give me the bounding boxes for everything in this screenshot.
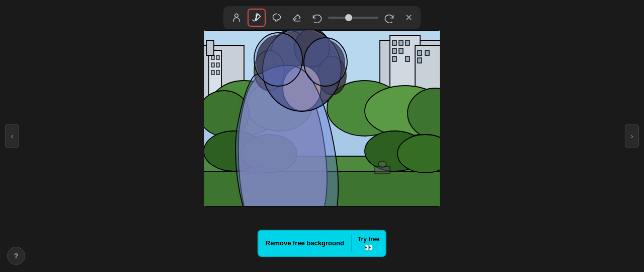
svg-rect-18 — [392, 48, 396, 53]
svg-rect-20 — [392, 56, 396, 61]
svg-point-40 — [378, 161, 386, 167]
svg-rect-11 — [216, 71, 219, 75]
svg-rect-19 — [399, 48, 403, 53]
svg-rect-22 — [418, 50, 422, 55]
svg-rect-7 — [216, 55, 219, 59]
remove-background-text: Remove free background — [259, 234, 352, 253]
eraser-button[interactable] — [288, 9, 306, 27]
undo-button[interactable] — [308, 9, 326, 27]
person-select-button[interactable] — [227, 9, 246, 27]
svg-point-0 — [235, 14, 238, 18]
help-button[interactable]: ? — [7, 247, 25, 265]
close-icon: ✕ — [405, 12, 413, 23]
svg-rect-23 — [425, 50, 429, 55]
svg-rect-5 — [206, 40, 214, 55]
canvas-area — [204, 30, 440, 207]
toolbar: ✕ — [223, 6, 421, 29]
svg-rect-15 — [392, 40, 396, 45]
image-container — [204, 30, 440, 207]
redo-button[interactable] — [380, 9, 398, 27]
lasso-button[interactable] — [268, 9, 286, 27]
remove-background-banner[interactable]: Remove free background Try free 👀 — [258, 230, 386, 257]
svg-rect-21 — [406, 56, 410, 61]
prev-arrow-button[interactable]: ‹ — [5, 124, 19, 148]
close-button[interactable]: ✕ — [400, 10, 417, 26]
svg-rect-8 — [211, 63, 214, 67]
try-free-section: Try free 👀 — [352, 231, 385, 256]
svg-point-51 — [304, 38, 347, 86]
background-photo — [204, 30, 440, 207]
next-arrow-button[interactable]: › — [625, 124, 639, 148]
svg-rect-9 — [216, 63, 219, 67]
eyes-emoji: 👀 — [364, 244, 373, 251]
svg-rect-6 — [211, 55, 214, 59]
brush-button[interactable] — [248, 9, 266, 27]
question-mark-icon: ? — [14, 252, 19, 260]
svg-point-50 — [254, 33, 302, 86]
svg-rect-17 — [406, 40, 410, 45]
main-page: ✕ — [0, 0, 644, 272]
svg-rect-16 — [399, 40, 403, 45]
brush-size-slider[interactable] — [328, 17, 378, 19]
brush-size-slider-container — [328, 17, 378, 19]
chevron-right-icon: › — [631, 132, 633, 140]
try-free-label: Try free — [358, 236, 379, 243]
chevron-left-icon: ‹ — [11, 132, 14, 140]
svg-rect-24 — [418, 58, 422, 63]
svg-rect-10 — [211, 71, 214, 75]
